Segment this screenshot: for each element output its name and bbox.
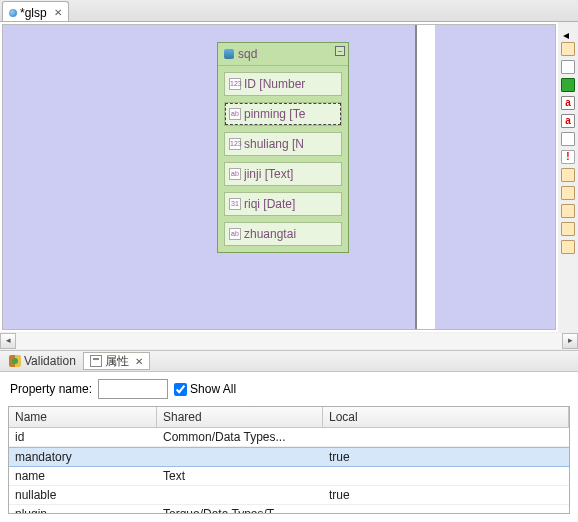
entity-sqd[interactable]: sqd – 123ID [Numberabpinming [Te123shuli… (217, 42, 349, 253)
field-type-icon: 123 (229, 138, 241, 150)
table-row[interactable]: idCommon/Data Types... (9, 428, 569, 447)
field-type-icon: ab (229, 108, 241, 120)
field-label: jinji [Text] (244, 167, 293, 181)
field-type-icon: ab (229, 228, 241, 240)
field-type-icon: ab (229, 168, 241, 180)
palette-item-folder-6[interactable] (561, 240, 575, 254)
cell-local (323, 428, 569, 446)
entity-field-row[interactable]: 123shuliang [N (224, 132, 342, 156)
palette-item-folder-3[interactable] (561, 186, 575, 200)
entity-field-row[interactable]: 123ID [Number (224, 72, 342, 96)
palette-item-folder-5[interactable] (561, 222, 575, 236)
table-body: idCommon/Data Types...mandatorytruenameT… (9, 428, 569, 514)
tab-validation[interactable]: Validation (2, 352, 83, 370)
table-row[interactable]: pluginTorque/Data Types/T (9, 505, 569, 514)
palette-item-grid[interactable] (561, 132, 575, 146)
cell-name: plugin (9, 505, 157, 514)
cell-shared: Common/Data Types... (157, 428, 323, 446)
palette-item-folder-2[interactable] (561, 168, 575, 182)
validation-icon (9, 355, 21, 367)
properties-toolbar: Property name: Show All (0, 372, 578, 406)
cell-local (323, 467, 569, 485)
scroll-left-icon[interactable]: ◂ (0, 333, 16, 349)
scroll-right-icon[interactable]: ▸ (562, 333, 578, 349)
tab-properties[interactable]: 属性 ✕ (83, 352, 150, 370)
properties-icon (90, 355, 102, 367)
tab-label: Validation (24, 354, 76, 368)
palette-item-select[interactable] (561, 60, 575, 74)
cell-shared (157, 448, 323, 466)
chevron-left-icon[interactable]: ◂ (563, 28, 573, 38)
editor-tab-glsp[interactable]: *glsp ✕ (2, 1, 69, 21)
entity-field-row[interactable]: abzhuangtai (224, 222, 342, 246)
table-row[interactable]: nullabletrue (9, 486, 569, 505)
cell-local: true (323, 448, 569, 466)
cell-name: name (9, 467, 157, 485)
show-all-input[interactable] (174, 383, 187, 396)
palette-item-green[interactable] (561, 78, 575, 92)
palette-item-folder-1[interactable] (561, 42, 575, 56)
palette-item-text-a2[interactable]: a (561, 114, 575, 128)
col-header-local[interactable]: Local (323, 407, 569, 427)
cell-name: mandatory (9, 448, 157, 466)
entity-field-row[interactable]: abpinming [Te (224, 102, 342, 126)
minimize-icon[interactable]: – (335, 46, 345, 56)
entity-title: sqd (238, 47, 257, 61)
field-label: ID [Number (244, 77, 305, 91)
cell-local (323, 505, 569, 514)
bottom-tab-bar: Validation 属性 ✕ (0, 350, 578, 372)
col-header-shared[interactable]: Shared (157, 407, 323, 427)
cell-shared (157, 486, 323, 504)
field-label: zhuangtai (244, 227, 296, 241)
file-icon (9, 9, 17, 17)
editor-tab-bar: *glsp ✕ (0, 0, 578, 22)
table-header: Name Shared Local (9, 407, 569, 428)
table-row[interactable]: nameText (9, 467, 569, 486)
cell-name: nullable (9, 486, 157, 504)
entity-field-row[interactable]: abjinji [Text] (224, 162, 342, 186)
entity-body: 123ID [Numberabpinming [Te123shuliang [N… (218, 66, 348, 252)
entity-field-row[interactable]: 31riqi [Date] (224, 192, 342, 216)
editor-tab-label: *glsp (20, 6, 47, 20)
field-type-icon: 31 (229, 198, 241, 210)
properties-table: Name Shared Local idCommon/Data Types...… (8, 406, 570, 514)
field-label: riqi [Date] (244, 197, 295, 211)
properties-panel: Property name: Show All Name Shared Loca… (0, 372, 578, 522)
cell-shared: Text (157, 467, 323, 485)
cell-shared: Torque/Data Types/T (157, 505, 323, 514)
cell-local: true (323, 486, 569, 504)
scroll-track[interactable] (16, 333, 562, 349)
tab-label: 属性 (105, 353, 129, 370)
close-icon[interactable]: ✕ (54, 7, 62, 18)
col-header-name[interactable]: Name (9, 407, 157, 427)
entity-header[interactable]: sqd – (218, 43, 348, 66)
field-type-icon: 123 (229, 78, 241, 90)
field-label: shuliang [N (244, 137, 304, 151)
diagram-area: sqd – 123ID [Numberabpinming [Te123shuli… (0, 22, 578, 332)
canvas-right-gutter (415, 25, 435, 329)
property-name-label: Property name: (10, 382, 92, 396)
entity-icon (224, 49, 234, 59)
palette-item-text-a[interactable]: a (561, 96, 575, 110)
table-row[interactable]: mandatorytrue (9, 447, 569, 467)
cell-name: id (9, 428, 157, 446)
show-all-checkbox[interactable]: Show All (174, 382, 236, 396)
palette: ◂ a a ! (558, 22, 578, 332)
diagram-canvas[interactable]: sqd – 123ID [Numberabpinming [Te123shuli… (2, 24, 556, 330)
diagram-hscroll[interactable]: ◂ ▸ (0, 332, 578, 350)
close-icon[interactable]: ✕ (135, 356, 143, 367)
show-all-label: Show All (190, 382, 236, 396)
palette-item-warning[interactable]: ! (561, 150, 575, 164)
property-name-input[interactable] (98, 379, 168, 399)
field-label: pinming [Te (244, 107, 305, 121)
palette-item-folder-4[interactable] (561, 204, 575, 218)
